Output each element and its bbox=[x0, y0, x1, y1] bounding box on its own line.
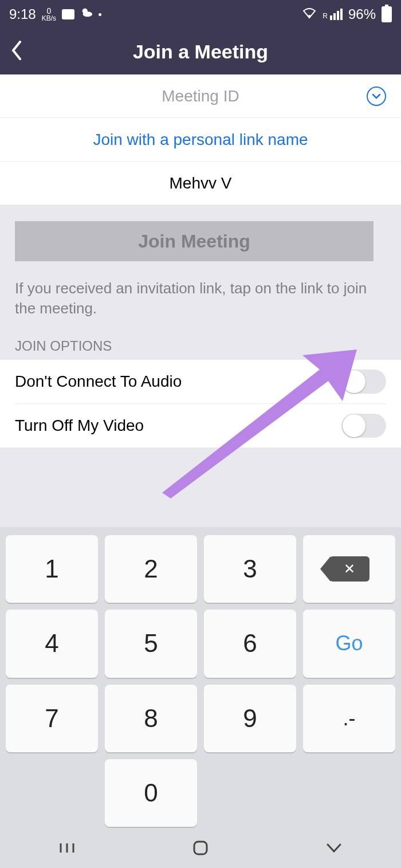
network-speed: 0 KB/s bbox=[42, 7, 56, 22]
nav-recent-button[interactable] bbox=[58, 841, 76, 857]
back-button[interactable] bbox=[10, 41, 23, 62]
toggle-video[interactable] bbox=[341, 414, 386, 438]
status-bar: 9:18 0 KB/s R 96% bbox=[0, 0, 401, 29]
key-6[interactable]: 6 bbox=[204, 610, 296, 677]
dropdown-button[interactable] bbox=[367, 87, 386, 106]
key-go[interactable]: Go bbox=[303, 610, 395, 677]
meeting-id-input[interactable]: Meeting ID bbox=[0, 74, 401, 118]
key-0[interactable]: 0 bbox=[105, 759, 197, 827]
more-notification-dot-icon bbox=[99, 13, 101, 16]
option-dont-connect-audio: Don't Connect To Audio bbox=[0, 360, 401, 403]
wifi-icon bbox=[302, 6, 317, 22]
key-9[interactable]: 9 bbox=[204, 685, 296, 752]
clock: 9:18 bbox=[9, 6, 36, 22]
backspace-icon: ✕ bbox=[329, 556, 369, 582]
nav-home-button[interactable] bbox=[192, 840, 209, 858]
page-title: Join a Meeting bbox=[0, 41, 401, 63]
svg-rect-6 bbox=[194, 842, 207, 854]
toggle-audio[interactable] bbox=[341, 370, 386, 394]
personal-link-button[interactable]: Join with a personal link name bbox=[0, 118, 401, 162]
display-name-input[interactable]: Mehvv V bbox=[0, 162, 401, 205]
svg-point-1 bbox=[83, 11, 93, 17]
key-backspace[interactable]: ✕ bbox=[303, 535, 395, 603]
option-turn-off-video: Turn Off My Video bbox=[0, 404, 401, 447]
battery-percent: 96% bbox=[348, 6, 376, 22]
key-5[interactable]: 5 bbox=[105, 610, 197, 677]
meeting-id-placeholder: Meeting ID bbox=[162, 87, 239, 105]
help-text: If you received an invitation link, tap … bbox=[0, 267, 401, 324]
key-7[interactable]: 7 bbox=[6, 685, 98, 752]
weather-icon bbox=[80, 6, 93, 22]
key-8[interactable]: 8 bbox=[105, 685, 197, 752]
key-1[interactable]: 1 bbox=[6, 535, 98, 603]
battery-icon bbox=[382, 6, 392, 22]
app-header: Join a Meeting bbox=[0, 29, 401, 74]
signal-icon: R bbox=[323, 9, 343, 20]
nav-back-button[interactable] bbox=[325, 842, 343, 856]
join-options-label: JOIN OPTIONS bbox=[0, 324, 401, 360]
join-meeting-button[interactable]: Join Meeting bbox=[15, 221, 374, 261]
key-symbols[interactable]: .- bbox=[303, 685, 395, 752]
key-3[interactable]: 3 bbox=[204, 535, 296, 603]
key-2[interactable]: 2 bbox=[105, 535, 197, 603]
message-icon bbox=[62, 9, 74, 19]
svg-point-2 bbox=[308, 15, 310, 17]
key-4[interactable]: 4 bbox=[6, 610, 98, 677]
numeric-keyboard: 1 2 3 ✕ 4 5 6 Go 7 8 9 .- 0 bbox=[0, 527, 401, 868]
system-nav-bar bbox=[0, 830, 401, 868]
